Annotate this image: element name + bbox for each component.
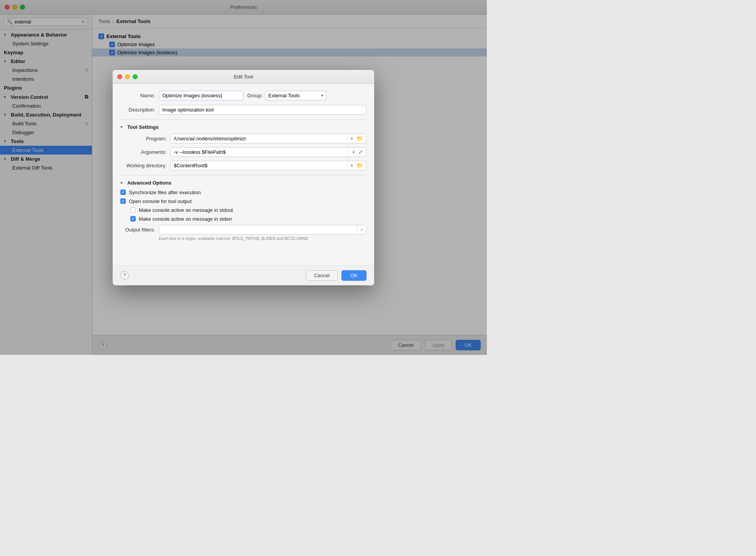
arguments-expand-button[interactable]: ⤢ [358, 148, 364, 156]
program-row: Program: + 📁 [120, 134, 366, 143]
group-wrapper: Group: External Tools ▾ [247, 91, 326, 100]
checkbox-stderr-row: Make console active on message in stderr [130, 216, 366, 222]
checkbox-stdout-row: Make console active on message in stdout [130, 207, 366, 213]
description-row: Description: [120, 105, 366, 115]
tool-settings-header: ▾ Tool Settings [120, 124, 366, 130]
tool-settings-label: Tool Settings [127, 124, 158, 130]
modal-overlay: Edit Tool Name: Group: External Tools ▾ [0, 0, 487, 355]
working-dir-label: Working directory: [120, 163, 167, 168]
advanced-section: ▾ Advanced Options Synchronize files aft… [120, 180, 366, 241]
working-dir-browse-button[interactable]: 📁 [356, 161, 364, 169]
output-filters-input[interactable] [159, 225, 357, 234]
arguments-label: Arguments: [120, 149, 167, 155]
checkbox-sync-row: Synchronize files after execution [120, 190, 366, 195]
dialog-close-button[interactable] [117, 74, 122, 79]
checkbox-console-row: Open console for tool output [120, 198, 366, 204]
arguments-add-button[interactable]: + [351, 148, 356, 156]
advanced-label: Advanced Options [127, 180, 172, 186]
working-dir-add-button[interactable]: + [350, 161, 354, 169]
program-add-button[interactable]: + [350, 135, 354, 142]
dialog-maximize-button[interactable] [133, 74, 138, 79]
program-actions: + 📁 [347, 135, 366, 142]
chevron-down-icon: ▾ [120, 125, 126, 129]
program-input[interactable] [171, 134, 347, 143]
dialog-window-controls [117, 74, 138, 79]
dialog-footer-buttons: Cancel OK [306, 270, 366, 281]
arguments-input[interactable] [171, 148, 349, 156]
stdout-checkbox[interactable] [130, 207, 136, 213]
divider2 [120, 175, 366, 175]
working-dir-input[interactable] [171, 161, 347, 170]
edit-tool-dialog: Edit Tool Name: Group: External Tools ▾ [113, 70, 374, 285]
name-label: Name: [120, 93, 155, 98]
sync-label: Synchronize files after execution [129, 190, 201, 195]
output-expand-button[interactable]: ⤢ [357, 225, 366, 234]
dialog-content: Name: Group: External Tools ▾ Descriptio… [113, 84, 374, 265]
advanced-header: ▾ Advanced Options [120, 180, 366, 186]
program-input-wrapper: + 📁 [170, 134, 366, 143]
working-dir-actions: + 📁 [347, 161, 366, 169]
stderr-checkbox[interactable] [130, 216, 136, 221]
working-dir-input-wrapper: + 📁 [170, 161, 366, 170]
dialog-cancel-button[interactable]: Cancel [306, 270, 338, 281]
working-dir-row: Working directory: + 📁 [120, 161, 366, 170]
stderr-label: Make console active on message in stderr [139, 216, 232, 222]
name-input[interactable] [159, 91, 243, 100]
group-select[interactable]: External Tools [265, 91, 326, 100]
divider [120, 119, 366, 120]
chevron-down-icon: ▾ [120, 181, 126, 185]
arguments-input-wrapper: + ⤢ [170, 147, 366, 157]
name-group-row: Name: Group: External Tools ▾ [120, 91, 366, 100]
output-input-wrapper: ⤢ [159, 225, 366, 235]
group-label: Group: [247, 93, 263, 98]
dialog-help-button[interactable]: ? [120, 271, 129, 280]
program-browse-button[interactable]: 📁 [356, 135, 364, 142]
dialog-titlebar: Edit Tool [113, 70, 374, 84]
console-checkbox[interactable] [120, 198, 126, 204]
dialog-footer: ? Cancel OK [113, 265, 374, 285]
dialog-title: Edit Tool [234, 74, 253, 80]
description-label: Description: [120, 107, 155, 113]
arguments-actions: + ⤢ [349, 148, 366, 156]
dialog-ok-button[interactable]: OK [341, 270, 366, 281]
output-hint: Each line is a regex, available macros: … [159, 236, 366, 241]
sync-checkbox[interactable] [120, 190, 126, 195]
program-label: Program: [120, 136, 167, 141]
description-input[interactable] [159, 105, 366, 115]
output-filters-row: Output filters: ⤢ [120, 225, 366, 235]
console-label: Open console for tool output [129, 198, 191, 204]
arguments-row: Arguments: + ⤢ [120, 147, 366, 157]
stdout-label: Make console active on message in stdout [139, 207, 233, 213]
dialog-minimize-button[interactable] [125, 74, 130, 79]
output-filters-label: Output filters: [120, 227, 155, 233]
